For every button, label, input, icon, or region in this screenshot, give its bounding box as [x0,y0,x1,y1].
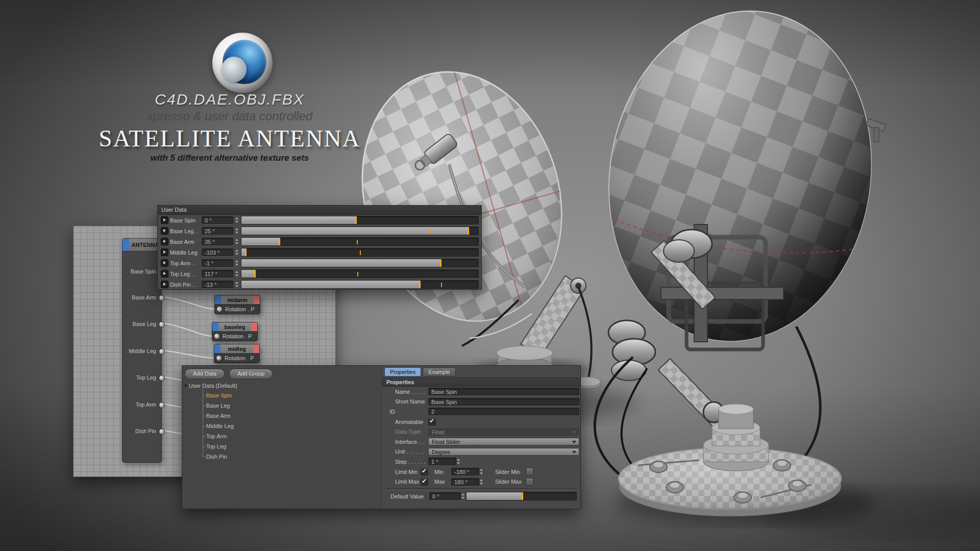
antenna-node[interactable]: ANTENNA Base Spin Base Arm Base Leg Midd… [122,238,162,463]
port-base-arm[interactable]: Base Arm [122,293,161,302]
value-field[interactable]: 25 ° [202,227,233,235]
pedestal-base [619,404,841,516]
userdata-entry-icon [161,259,168,267]
expander-icon[interactable] [184,385,188,387]
tree-item-top-arm[interactable]: Top Arm [182,431,382,441]
user-data-row: Top Arm . . -1 ° [158,258,481,268]
dish-back [585,0,894,360]
node-midleg[interactable]: midleg Rotation . P [214,344,260,363]
user-data-row: Dish Pin . . -13 ° [158,279,481,290]
short-name-field[interactable]: Base Spin [428,398,579,406]
node-midarm[interactable]: midarm Rotation . P [214,295,260,314]
user-data-panel-title[interactable]: User Data [158,206,481,215]
max-field[interactable]: 180 ° [451,478,479,486]
dish-pin-slider[interactable] [241,280,479,289]
user-data-manager: Add Data Add Group User Data (Default) B… [182,365,581,509]
slider-max-checkbox[interactable] [526,478,533,486]
userdata-entry-icon [161,281,168,288]
value-field[interactable]: 35 ° [202,238,233,245]
id-field[interactable]: 2 [428,408,579,415]
product-title: SATELLITE ANTENNA [71,124,388,152]
userdata-entry-icon [161,238,168,245]
port-top-leg[interactable]: Top Leg [122,373,161,382]
port-dot-icon[interactable] [214,333,220,339]
port-dot-icon[interactable] [159,429,165,435]
node-color-tab-blue [212,322,218,331]
port-base-spin[interactable]: Base Spin [122,267,161,276]
limit-min-checkbox[interactable] [421,468,428,475]
limit-max-checkbox[interactable] [421,478,428,486]
port-dot-icon[interactable] [216,306,223,312]
userdata-entry-icon [161,216,168,224]
tree-item-top-leg[interactable]: Top Leg [182,441,382,452]
add-group-button[interactable]: Add Group [229,369,273,379]
divider [386,488,577,490]
property-row-limit-min: Limit Min Min -180 ° Slider Min [382,467,580,477]
value-field[interactable]: 117 ° [202,270,233,278]
port-middle-leg[interactable]: Middle Leg [122,346,161,356]
antenna-node-header[interactable]: ANTENNA [122,238,162,251]
property-row-interface: Interface. . . Float Slider [382,437,580,447]
port-dish-pin[interactable]: Dish Pin [122,427,161,436]
default-value-slider[interactable] [466,492,577,500]
user-data-row: Base Arm 35 ° [158,236,481,247]
value-field[interactable]: -13 ° [202,281,233,288]
port-dot-icon[interactable] [159,348,165,355]
node-baseleg[interactable]: baseleg Rotation . P [212,322,258,341]
port-base-leg[interactable]: Base Leg [122,319,161,329]
add-data-button[interactable]: Add Data [185,369,225,379]
value-field[interactable]: 0 ° [202,216,233,224]
tab-properties[interactable]: Properties [384,367,421,377]
spinner-arrows-icon[interactable] [235,260,239,266]
interface-dropdown[interactable]: Float Slider [428,438,579,445]
name-field[interactable]: Base Spin [428,388,579,395]
value-field[interactable]: -1 ° [202,259,233,267]
property-row-animatable: Animatable [382,417,580,427]
step-field[interactable]: 1 ° [428,458,456,465]
tab-example[interactable]: Example [423,367,456,377]
tree-item-dish-pin[interactable]: Dish Pin [182,452,382,462]
node-color-tab-red [253,344,259,353]
property-row-data-type: Data Type Float [382,427,580,437]
user-data-panel: User Data Base Spin 0 ° Base Leg. . 25 °… [157,205,482,290]
spinner-arrows-icon[interactable] [235,238,239,245]
middle-leg-slider[interactable] [241,248,479,257]
base-leg-slider[interactable] [241,227,479,235]
unit-dropdown[interactable]: Degree [428,448,579,456]
top-leg-slider[interactable] [241,269,479,278]
port-dot-icon[interactable] [159,321,165,328]
top-arm-slider[interactable] [241,259,479,267]
tree-item-base-arm[interactable]: Base Arm [182,411,382,421]
tree-item-middle-leg[interactable]: Middle Leg [182,421,382,431]
port-dot-icon[interactable] [159,375,165,381]
animatable-checkbox[interactable] [428,418,436,425]
tagline: with 5 different alternative texture set… [71,153,388,163]
base-arm-slider[interactable] [241,237,479,246]
min-field[interactable]: -180 ° [451,468,479,475]
value-field[interactable]: -103 ° [202,248,233,256]
userdata-entry-icon [161,227,168,235]
property-row-default-value: Default Value 0 ° [382,491,580,502]
tree-item-base-spin[interactable]: Base Spin [182,390,382,400]
port-dot-icon[interactable] [159,295,165,301]
port-top-arm[interactable]: Top Arm [122,400,161,409]
spinner-arrows-icon[interactable] [479,468,484,475]
spinner-arrows-icon[interactable] [235,281,239,288]
user-data-row: Top Leg . . 117 ° [158,268,481,279]
user-data-row: Middle Leg -103 ° [158,247,481,258]
tree-item-base-leg[interactable]: Base Leg [182,400,382,411]
port-dot-icon[interactable] [159,402,165,408]
spinner-arrows-icon[interactable] [235,217,239,223]
userdata-entry-icon [161,248,168,256]
spinner-arrows-icon[interactable] [461,493,465,499]
tree-root-user-data[interactable]: User Data (Default) [182,381,382,390]
spinner-arrows-icon[interactable] [235,228,239,234]
default-value-field[interactable]: 0 ° [429,492,461,500]
spinner-arrows-icon[interactable] [235,270,239,277]
spinner-arrows-icon[interactable] [235,249,239,256]
base-spin-slider[interactable] [241,216,479,224]
port-dot-icon[interactable] [216,355,222,361]
slider-min-checkbox[interactable] [526,468,533,475]
spinner-arrows-icon[interactable] [456,458,461,465]
spinner-arrows-icon[interactable] [479,479,484,485]
